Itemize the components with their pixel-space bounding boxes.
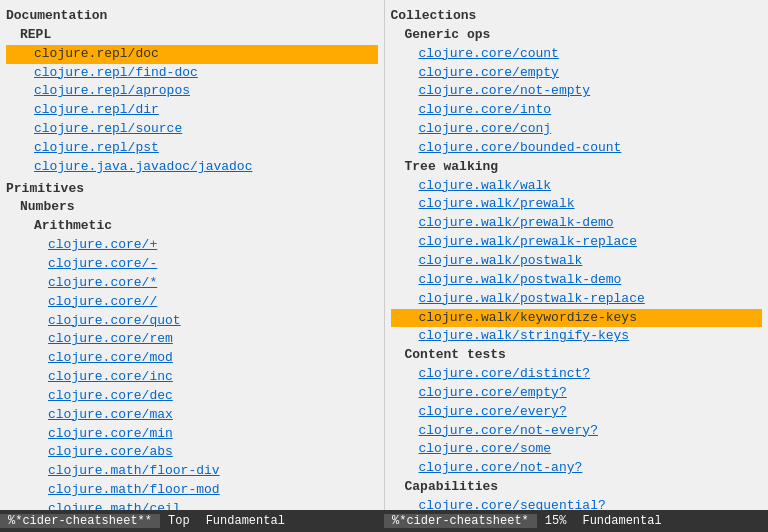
left-position-label: Top — [168, 514, 190, 528]
right-buffer-label: %*cider-cheatsheet* — [392, 514, 529, 528]
nav-link[interactable]: clojure.core/- — [6, 255, 378, 274]
nav-link[interactable]: clojure.walk/postwalk — [391, 252, 763, 271]
nav-link[interactable]: clojure.walk/stringify-keys — [391, 327, 763, 346]
nav-link[interactable]: clojure.core/sequential? — [391, 497, 763, 510]
nav-link[interactable]: clojure.core// — [6, 293, 378, 312]
nav-link[interactable]: clojure.core/distinct? — [391, 365, 763, 384]
nav-link[interactable]: clojure.core/not-empty — [391, 82, 763, 101]
nav-link[interactable]: clojure.repl/find-doc — [6, 64, 378, 83]
subsection-header: Generic ops — [391, 26, 763, 45]
subsubsection-header: Arithmetic — [6, 217, 378, 236]
nav-link[interactable]: clojure.java.javadoc/javadoc — [6, 158, 378, 177]
nav-link[interactable]: clojure.walk/prewalk-replace — [391, 233, 763, 252]
nav-link[interactable]: clojure.core/not-every? — [391, 422, 763, 441]
left-position: Top — [160, 514, 198, 528]
section-header: Collections — [391, 7, 763, 26]
nav-link[interactable]: clojure.core/empty? — [391, 384, 763, 403]
nav-link[interactable]: clojure.math/ceil — [6, 500, 378, 510]
nav-link[interactable]: clojure.core/max — [6, 406, 378, 425]
subsection-header: Capabilities — [391, 478, 763, 497]
left-mode-label: Fundamental — [206, 514, 285, 528]
nav-link[interactable]: clojure.walk/postwalk-demo — [391, 271, 763, 290]
nav-link[interactable]: clojure.math/floor-mod — [6, 481, 378, 500]
subsection-header: Content tests — [391, 346, 763, 365]
nav-link[interactable]: clojure.walk/keywordize-keys — [391, 309, 763, 328]
nav-link[interactable]: clojure.core/min — [6, 425, 378, 444]
left-star1: % — [8, 514, 15, 528]
nav-link[interactable]: clojure.repl/doc — [6, 45, 378, 64]
nav-link[interactable]: clojure.repl/apropos — [6, 82, 378, 101]
right-percent: 15% — [537, 514, 575, 528]
nav-link[interactable]: clojure.core/into — [391, 101, 763, 120]
subsection-header: Tree walking — [391, 158, 763, 177]
nav-link[interactable]: clojure.repl/dir — [6, 101, 378, 120]
subsection-header: Numbers — [6, 198, 378, 217]
nav-link[interactable]: clojure.core/count — [391, 45, 763, 64]
subsection-header: REPL — [6, 26, 378, 45]
status-bar: % *cider-cheatsheet* * Top Fundamental %… — [0, 510, 768, 532]
nav-link[interactable]: clojure.core/not-any? — [391, 459, 763, 478]
nav-link[interactable]: clojure.core/empty — [391, 64, 763, 83]
nav-link[interactable]: clojure.repl/pst — [6, 139, 378, 158]
nav-link[interactable]: clojure.walk/walk — [391, 177, 763, 196]
left-star3: * — [145, 514, 152, 528]
nav-link[interactable]: clojure.walk/prewalk — [391, 195, 763, 214]
status-bar-left: % *cider-cheatsheet* * Top Fundamental — [0, 514, 384, 528]
nav-link[interactable]: clojure.repl/source — [6, 120, 378, 139]
status-bar-right: %*cider-cheatsheet* 15% Fundamental — [384, 514, 768, 528]
nav-link[interactable]: clojure.core/inc — [6, 368, 378, 387]
nav-link[interactable]: clojure.walk/postwalk-replace — [391, 290, 763, 309]
right-mode-label: Fundamental — [582, 514, 661, 528]
nav-link[interactable]: clojure.core/conj — [391, 120, 763, 139]
nav-link[interactable]: clojure.math/floor-div — [6, 462, 378, 481]
nav-link[interactable]: clojure.core/rem — [6, 330, 378, 349]
right-buffer-name[interactable]: %*cider-cheatsheet* — [384, 514, 537, 528]
right-mode: Fundamental — [574, 514, 669, 528]
left-buffer-label: *cider-cheatsheet* — [15, 514, 145, 528]
nav-link[interactable]: clojure.core/some — [391, 440, 763, 459]
left-panel: DocumentationREPLclojure.repl/docclojure… — [0, 0, 385, 510]
section-header: Primitives — [6, 180, 378, 199]
nav-link[interactable]: clojure.core/dec — [6, 387, 378, 406]
right-panel: CollectionsGeneric opsclojure.core/count… — [385, 0, 769, 510]
nav-link[interactable]: clojure.core/quot — [6, 312, 378, 331]
nav-link[interactable]: clojure.core/mod — [6, 349, 378, 368]
nav-link[interactable]: clojure.core/every? — [391, 403, 763, 422]
left-buffer-name[interactable]: % *cider-cheatsheet* * — [0, 514, 160, 528]
nav-link[interactable]: clojure.core/abs — [6, 443, 378, 462]
nav-link[interactable]: clojure.walk/prewalk-demo — [391, 214, 763, 233]
nav-link[interactable]: clojure.core/* — [6, 274, 378, 293]
nav-link[interactable]: clojure.core/+ — [6, 236, 378, 255]
nav-link[interactable]: clojure.core/bounded-count — [391, 139, 763, 158]
left-mode: Fundamental — [198, 514, 293, 528]
right-percent-label: 15% — [545, 514, 567, 528]
section-header: Documentation — [6, 7, 378, 26]
